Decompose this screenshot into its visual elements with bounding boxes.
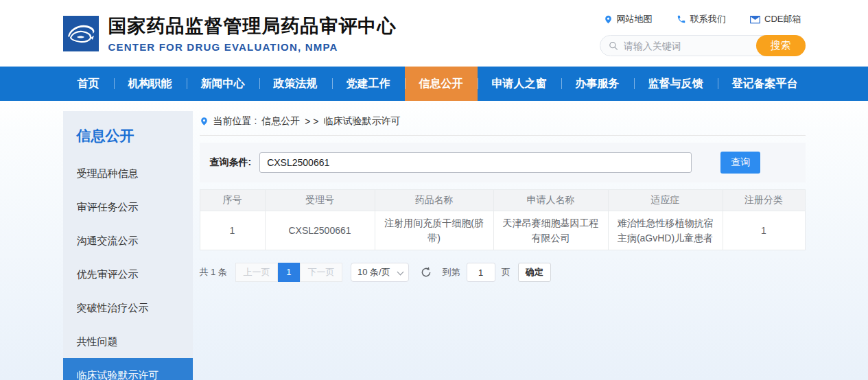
column-header-seq: 序号 [200,190,265,211]
search-button[interactable]: 搜索 [756,35,806,56]
quick-link-label: 网站地图 [617,13,653,25]
nav-item-functions[interactable]: 机构职能 [114,67,187,101]
nav-item-party[interactable]: 党建工作 [332,67,405,101]
nav-item-applicant-window[interactable]: 申请人之窗 [478,67,561,101]
nav-item-registration-platform[interactable]: 登记备案平台 [718,67,812,101]
sidebar-item-communication[interactable]: 沟通交流公示 [63,224,193,257]
mail-icon [750,15,760,24]
results-table: 序号 受理号 药品名称 申请人名称 适应症 注册分类 1 CXSL2500661… [200,189,806,250]
sidebar: 信息公开 受理品种信息 审评任务公示 沟通交流公示 优先审评公示 突破性治疗公示… [63,111,193,380]
cell-applicant: 天津昂赛细胞基因工程有限公司 [493,211,608,250]
confirm-button[interactable]: 确定 [518,263,551,282]
query-button[interactable]: 查询 [720,152,760,174]
query-input[interactable] [259,152,692,173]
sidebar-item-priority-review[interactable]: 优先审评公示 [63,257,193,291]
site-search: 搜索 [600,35,806,56]
column-header-acceptance-no: 受理号 [265,190,375,211]
column-header-indication: 适应症 [608,190,723,211]
cde-logo-icon [63,16,99,51]
sidebar-item-review-tasks[interactable]: 审评任务公示 [63,190,193,224]
breadcrumb-separator: > > [305,116,318,127]
nav-item-news[interactable]: 新闻中心 [187,67,259,101]
sitemap-link[interactable]: 网站地图 [604,13,653,25]
cell-acceptance-no: CXSL2500661 [265,211,375,250]
quick-links: 网站地图 联系我们 CDE邮箱 [600,13,806,25]
nav-item-supervision[interactable]: 监督与反馈 [634,67,718,101]
sidebar-item-common-issues[interactable]: 共性问题 [63,324,193,358]
query-label: 查询条件: [210,156,252,169]
page-size-label: 10 条/页 [357,267,390,277]
cell-drug-name: 注射用间充质干细胞(脐带) [375,211,493,250]
pagination-total: 共 1 条 [200,266,227,278]
page-number-button[interactable]: 1 [278,263,300,282]
next-page-button[interactable]: 下一页 [300,263,342,282]
column-header-reg-category: 注册分类 [723,190,805,211]
cell-reg-category: 1 [723,211,805,250]
sidebar-item-accepted-varieties[interactable]: 受理品种信息 [63,156,193,190]
mailbox-link[interactable]: CDE邮箱 [750,13,801,25]
pagination: 共 1 条 上一页 1 下一页 10 条/页 到第 页 确定 [200,263,806,282]
sidebar-item-breakthrough-therapy[interactable]: 突破性治疗公示 [63,291,193,324]
nav-item-services[interactable]: 办事服务 [561,67,634,101]
refresh-icon[interactable] [420,266,432,278]
nav-item-home[interactable]: 首页 [63,67,114,101]
table-header-row: 序号 受理号 药品名称 申请人名称 适应症 注册分类 [200,190,805,211]
main-nav: 首页 机构职能 新闻中心 政策法规 党建工作 信息公开 申请人之窗 办事服务 监… [0,67,868,101]
location-pin-icon [200,116,209,127]
contact-link[interactable]: 联系我们 [677,13,726,25]
goto-page-label: 到第 [443,266,460,278]
column-header-applicant: 申请人名称 [493,190,608,211]
chevron-down-icon [397,269,403,276]
location-pin-icon [604,14,613,25]
cell-indication: 难治性急性移植物抗宿主病(aGvHD)儿童患者 [608,211,723,250]
goto-page-input[interactable] [467,263,495,282]
prev-page-button[interactable]: 上一页 [235,263,278,282]
search-input[interactable] [624,40,753,51]
search-icon [609,40,618,51]
cell-seq: 1 [200,211,265,250]
page-unit-label: 页 [502,266,511,278]
sidebar-title: 信息公开 [63,111,193,156]
site-title-cn: 国家药品监督管理局药品审评中心 [108,14,397,38]
phone-icon [677,14,686,24]
site-title-en: CENTER FOR DRUG EVALUATION, NMPA [108,41,397,53]
column-header-drug-name: 药品名称 [375,190,493,211]
page-size-select[interactable]: 10 条/页 [351,263,409,282]
brand: 国家药品监督管理局药品审评中心 CENTER FOR DRUG EVALUATI… [63,14,397,53]
site-header: 国家药品监督管理局药品审评中心 CENTER FOR DRUG EVALUATI… [0,0,868,67]
quick-link-label: 联系我们 [690,13,726,25]
sidebar-item-clinical-trial-implied-license[interactable]: 临床试验默示许可 [63,358,193,380]
nav-item-info-disclosure[interactable]: 信息公开 [405,67,478,101]
quick-link-label: CDE邮箱 [764,13,801,25]
table-row: 1 CXSL2500661 注射用间充质干细胞(脐带) 天津昂赛细胞基因工程有限… [200,211,805,250]
query-bar: 查询条件: 查询 [200,143,806,182]
nav-item-policies[interactable]: 政策法规 [259,67,332,101]
breadcrumb-section[interactable]: 信息公开 [261,115,300,128]
breadcrumb: 当前位置 : 信息公开 > > 临床试验默示许可 [200,111,806,136]
brand-text: 国家药品监督管理局药品审评中心 CENTER FOR DRUG EVALUATI… [108,14,397,53]
breadcrumb-current: 临床试验默示许可 [324,115,401,128]
breadcrumb-prefix: 当前位置 : [213,115,257,128]
